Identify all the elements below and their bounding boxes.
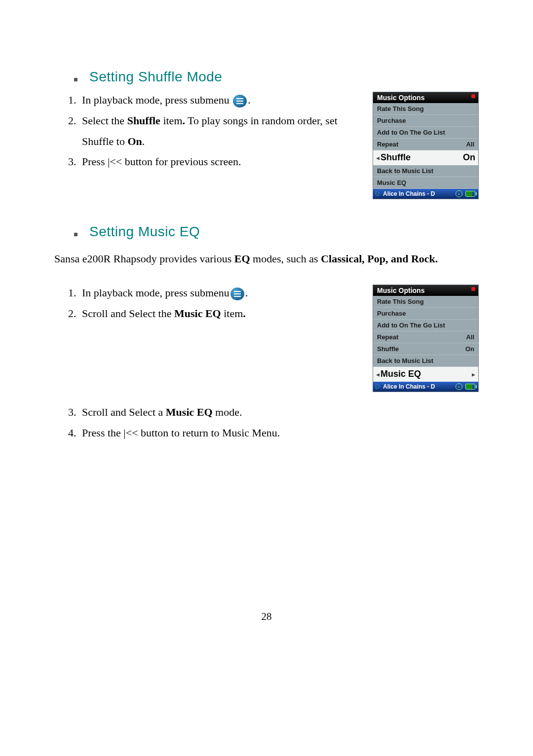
section-heading-row: Setting Shuffle Mode	[54, 69, 479, 90]
rhapsody-icon: •	[456, 383, 462, 390]
triangle-right-icon: ▸	[472, 370, 475, 378]
menu-value: On	[463, 152, 475, 163]
step-text: .	[245, 287, 248, 299]
intro-text: Sansa e200R Rhapsody provides various	[54, 252, 234, 265]
now-playing-text: Alice In Chains - D	[383, 383, 453, 390]
battery-icon	[465, 191, 475, 197]
menu-item[interactable]: Purchase	[373, 115, 478, 127]
step-item: Press |<< button for previous screen.	[79, 151, 358, 172]
device-screenshot: Music Options Rate This Song Purchase Ad…	[373, 92, 479, 199]
now-playing-bar: Alice In Chains - D •	[373, 189, 478, 199]
step-item: In playback mode, press submenu .	[79, 90, 358, 110]
menu-item[interactable]: RepeatAll	[373, 331, 478, 343]
brand-dot-icon	[471, 287, 475, 291]
menu-label: Purchase	[377, 310, 406, 317]
intro-bold: EQ	[234, 252, 250, 265]
menu-item[interactable]: Rate This Song	[373, 103, 478, 115]
ordered-steps-cont: Scroll and Select a Music EQ mode. Press…	[79, 402, 479, 443]
menu-item[interactable]: RepeatAll	[373, 139, 478, 150]
step-text: Select the	[82, 114, 127, 127]
step-text: Scroll and Select the	[82, 307, 174, 320]
menu-value: All	[466, 333, 474, 341]
menu-value: All	[466, 141, 474, 148]
document-page: Setting Shuffle Mode In playback mode, p…	[0, 0, 533, 756]
menu-item[interactable]: Purchase	[373, 308, 478, 320]
menu-item[interactable]: Back to Music List	[373, 165, 478, 177]
intro-text: modes, such as	[250, 252, 321, 265]
step-text: Press the |<< button to return to Music …	[82, 427, 280, 439]
menu-label: Rate This Song	[377, 298, 424, 305]
menu-item[interactable]: Music EQ	[373, 177, 478, 189]
menu-item[interactable]: Rate This Song	[373, 296, 478, 308]
step-text: Press |<< button for previous screen.	[82, 155, 241, 168]
steps-column: In playback mode, press submenu . Select…	[54, 90, 358, 172]
menu-value: On	[465, 345, 474, 353]
step-bold: Music EQ	[174, 307, 221, 320]
section-heading: Setting Music EQ	[89, 224, 200, 240]
triangle-left-icon: ◂	[376, 154, 380, 162]
menu-label: Rate This Song	[377, 105, 424, 112]
step-bold: Music EQ	[166, 406, 213, 418]
menu-label: Shuffle	[377, 345, 399, 353]
section-intro: Sansa e200R Rhapsody provides various EQ…	[54, 250, 479, 268]
step-item: Scroll and Select the Music EQ item.	[79, 303, 358, 324]
ordered-steps: In playback mode, press submenu. Scroll …	[79, 283, 358, 324]
menu-label: Music EQ	[377, 179, 406, 186]
menu-label: Add to On The Go List	[377, 129, 445, 136]
step-text: In playback mode, press submenu	[82, 94, 229, 106]
menu-item-selected[interactable]: ◂ Music EQ ▸	[373, 367, 478, 382]
now-playing-bar: Alice In Chains - D •	[373, 382, 478, 392]
section-heading-row: Setting Music EQ	[54, 224, 479, 245]
rhapsody-icon: •	[456, 190, 462, 197]
device-title: Music Options	[377, 94, 424, 102]
step-bold: .	[243, 307, 246, 320]
step-item: In playback mode, press submenu.	[79, 283, 358, 303]
step-text: In playback mode, press submenu	[82, 287, 229, 299]
step-text: item	[160, 114, 183, 127]
menu-label: Repeat	[377, 333, 398, 341]
step-item: Select the Shuffle item. To play songs i…	[79, 110, 358, 152]
step-item: Scroll and Select a Music EQ mode.	[79, 402, 479, 423]
section-content: In playback mode, press submenu. Scroll …	[54, 283, 479, 392]
step-bold: On	[127, 135, 142, 147]
menu-label: Purchase	[377, 117, 406, 124]
section-heading: Setting Shuffle Mode	[89, 69, 222, 85]
menu-label: Add to On The Go List	[377, 322, 445, 329]
ordered-steps: In playback mode, press submenu . Select…	[79, 90, 358, 172]
step-text: Scroll and Select a	[82, 406, 166, 418]
section-content: In playback mode, press submenu . Select…	[54, 90, 479, 199]
bullet-icon	[74, 233, 77, 236]
now-playing-text: Alice In Chains - D	[383, 190, 453, 197]
step-text: .	[248, 94, 251, 106]
bullet-icon	[74, 78, 77, 81]
step-bold: Shuffle	[127, 114, 160, 127]
triangle-left-icon: ◂	[376, 370, 380, 378]
play-icon	[376, 191, 380, 196]
menu-item[interactable]: Add to On The Go List	[373, 127, 478, 139]
device-title-bar: Music Options	[373, 92, 478, 103]
menu-item[interactable]: Add to On The Go List	[373, 320, 478, 331]
play-icon	[376, 384, 380, 389]
battery-icon	[465, 384, 475, 390]
menu-item[interactable]: Back to Music List	[373, 355, 478, 367]
menu-label: Shuffle	[380, 152, 463, 163]
menu-label: Repeat	[377, 141, 398, 148]
step-item: Press the |<< button to return to Music …	[79, 423, 479, 443]
menu-label: Music EQ	[380, 369, 472, 379]
steps-column: In playback mode, press submenu. Scroll …	[54, 283, 358, 324]
device-title-bar: Music Options	[373, 285, 478, 296]
device-screenshot: Music Options Rate This Song Purchase Ad…	[373, 285, 479, 392]
menu-item[interactable]: ShuffleOn	[373, 343, 478, 355]
step-text: item	[221, 307, 243, 320]
submenu-icon	[233, 95, 247, 108]
menu-label: Back to Music List	[377, 167, 433, 175]
step-text: .	[142, 135, 145, 147]
step-text: mode.	[213, 406, 242, 418]
menu-item-selected[interactable]: ◂ Shuffle On	[373, 150, 478, 165]
menu-label: Back to Music List	[377, 357, 433, 364]
device-title: Music Options	[377, 287, 424, 294]
submenu-icon	[230, 288, 244, 300]
page-number: 28	[0, 611, 533, 623]
intro-bold: Classical, Pop, and Rock.	[321, 252, 438, 265]
brand-dot-icon	[471, 94, 475, 98]
